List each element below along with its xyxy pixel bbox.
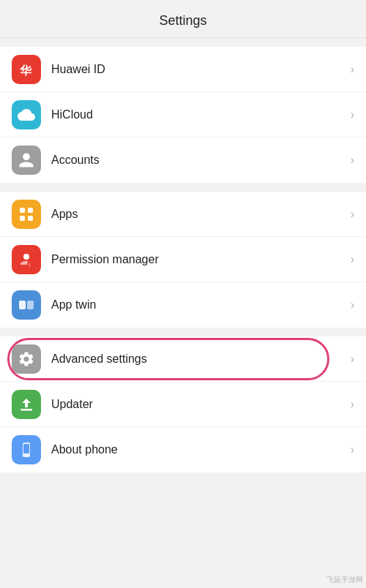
svg-point-13	[26, 455, 27, 456]
about-phone-chevron: ›	[351, 443, 354, 456]
advanced-settings-chevron: ›	[351, 353, 354, 366]
about-phone-icon	[12, 435, 41, 464]
svg-rect-8	[19, 301, 26, 309]
accounts-item[interactable]: Accounts ›	[0, 137, 366, 183]
updater-item[interactable]: Updater ›	[0, 382, 366, 427]
huawei-id-chevron: ›	[351, 63, 354, 76]
advanced-settings-label: Advanced settings	[51, 353, 345, 366]
huawei-id-label: Huawei ID	[51, 63, 345, 76]
permission-manager-label: Permission manager	[51, 253, 345, 266]
permission-manager-chevron: ›	[351, 253, 354, 266]
permission-manager-item[interactable]: ! Permission manager ›	[0, 237, 366, 282]
svg-rect-1	[20, 208, 25, 213]
account-section: 华 Huawei ID › HiCloud › Accounts ›	[0, 47, 366, 183]
hicloud-chevron: ›	[351, 108, 354, 121]
page-title-bar: Settings	[0, 0, 366, 38]
app-twin-item[interactable]: App twin ›	[0, 282, 366, 328]
apps-icon	[12, 200, 41, 229]
hicloud-label: HiCloud	[51, 108, 345, 121]
page-title: Settings	[159, 13, 206, 28]
svg-rect-12	[23, 444, 29, 453]
advanced-settings-item[interactable]: Advanced settings ›	[0, 336, 366, 382]
huawei-id-item[interactable]: 华 Huawei ID ›	[0, 47, 366, 92]
about-phone-item[interactable]: About phone ›	[0, 427, 366, 472]
svg-rect-4	[28, 216, 33, 221]
app-twin-label: App twin	[51, 298, 345, 312]
watermark: 飞鼠手游网	[326, 575, 363, 585]
apps-chevron: ›	[351, 208, 354, 221]
apps-item[interactable]: Apps ›	[0, 192, 366, 237]
system-section: Advanced settings › Updater › About phon…	[0, 336, 366, 472]
permission-manager-icon: !	[12, 245, 41, 274]
hicloud-icon	[12, 100, 41, 129]
accounts-icon	[12, 146, 41, 175]
apps-label: Apps	[51, 208, 345, 221]
svg-point-5	[23, 254, 29, 260]
apps-section: Apps › ! Permission manager › App twin ›	[0, 192, 366, 328]
accounts-chevron: ›	[351, 154, 354, 167]
app-twin-icon	[12, 290, 41, 320]
updater-label: Updater	[51, 398, 345, 411]
svg-rect-3	[20, 216, 25, 221]
updater-chevron: ›	[351, 398, 354, 411]
huawei-id-icon: 华	[12, 55, 41, 84]
svg-rect-9	[27, 301, 34, 309]
advanced-settings-icon	[12, 344, 41, 374]
app-twin-chevron: ›	[351, 298, 354, 312]
about-phone-label: About phone	[51, 443, 345, 456]
svg-rect-2	[28, 208, 33, 213]
svg-rect-10	[20, 409, 32, 411]
updater-icon	[12, 390, 41, 419]
hicloud-item[interactable]: HiCloud ›	[0, 92, 366, 137]
svg-text:华: 华	[19, 64, 32, 77]
svg-text:!: !	[29, 262, 30, 268]
accounts-label: Accounts	[51, 154, 345, 167]
